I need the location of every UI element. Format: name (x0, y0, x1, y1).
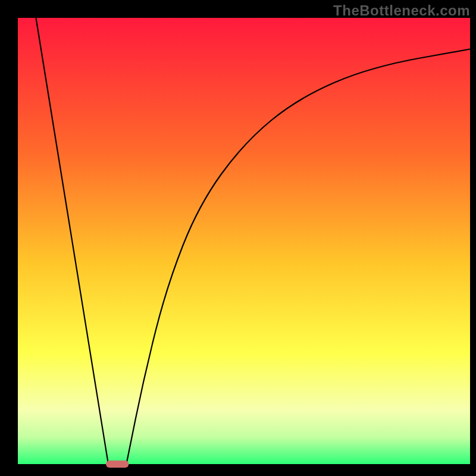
plot-background (18, 18, 470, 464)
watermark-text: TheBottleneck.com (333, 2, 470, 19)
minimum-marker (106, 461, 129, 468)
chart-container: TheBottleneck.com (0, 0, 476, 476)
chart-svg (0, 0, 476, 476)
